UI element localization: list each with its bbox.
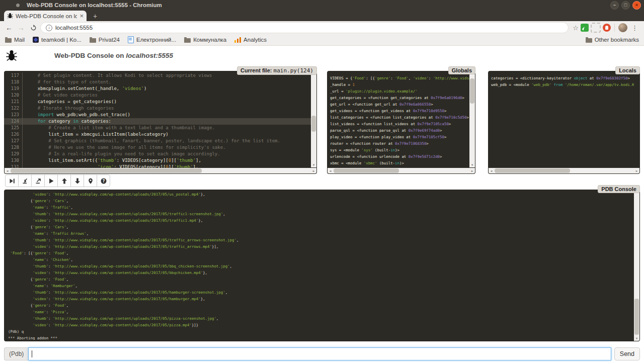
other-bookmarks-button[interactable]: Other bookmarks [586, 37, 639, 43]
scroll-left-arrow-icon[interactable]: ◀ [489, 168, 494, 173]
variable-line: play_video = <function play_video at 0x7… [330, 134, 469, 140]
code-line: 121 categories = get_categories() [4, 99, 311, 105]
scroll-right-arrow-icon[interactable]: ▶ [469, 168, 475, 173]
help-button[interactable]: ? [97, 174, 110, 187]
browser-menu-icon[interactable]: ⋮ [629, 24, 640, 32]
reload-button[interactable] [28, 23, 38, 33]
pdb-command-input[interactable] [28, 347, 611, 360]
next-button[interactable] [5, 174, 19, 187]
tab-close-icon[interactable]: × [79, 13, 84, 19]
line-number: 117 [4, 72, 22, 79]
globals-vertical-scrollbar[interactable]: ▼ [469, 71, 475, 167]
continue-button[interactable] [44, 174, 58, 187]
locals-horizontal-scrollbar[interactable]: ◀ ▶ [489, 168, 639, 173]
bookmark-item[interactable]: Mail [5, 36, 25, 43]
send-button[interactable]: Send [614, 347, 640, 360]
bookmark-item[interactable]: Privat24 [90, 36, 120, 43]
bookmark-item[interactable]: Analytics [234, 36, 267, 43]
variable-line: urlencode = <function urlencode at 0x7f9… [330, 153, 469, 160]
variable-line: VIDEOS = {'Food': [{'genre': 'Food', 'vi… [330, 75, 469, 81]
scroll-down-arrow-icon[interactable]: ▼ [634, 336, 639, 341]
line-number: 131 [4, 164, 22, 168]
page-header: Web-PDB Console on localhost:5555 [5, 49, 173, 62]
window-titlebar: Web-PDB Console on localhost:5555 - Chro… [0, 0, 644, 10]
back-button[interactable]: ← [4, 23, 14, 33]
tab-title: Web-PDB Console on loca [16, 13, 77, 19]
code-horizontal-scrollbar[interactable]: ◀ ▶ [5, 168, 316, 173]
bookmark-star-icon[interactable]: ☆ [573, 24, 579, 32]
console-output-line: 'video': 'http://www.vidsplay.com/wp-con… [8, 243, 633, 250]
variable-line: router = <function router at 0x7f9e71068… [330, 140, 469, 147]
step-out-button[interactable] [31, 174, 45, 187]
play-icon [48, 178, 54, 184]
scroll-right-arrow-icon[interactable]: ▶ [311, 168, 316, 173]
bookmarks-bar: Mail teamkodi | Ko... Privat24 Електронн… [0, 34, 644, 46]
code-line: 130 list_item.setArt({'thumb': VIDEOS[ca… [4, 157, 311, 164]
console-output-line: {'genre': 'Food', [8, 302, 633, 309]
up-button[interactable] [57, 174, 71, 187]
scroll-down-arrow-icon[interactable]: ▼ [311, 162, 316, 167]
code-text: 'icon': VIDEOS[category][0]['thumb'], [22, 164, 311, 168]
extension-blocker-icon[interactable] [603, 24, 611, 32]
pdb-console-panel: PDB Console 'video': 'http://www.vidspla… [4, 190, 640, 341]
window-minimize-button[interactable]: − [610, 1, 619, 10]
bookmark-item[interactable]: teamkodi | Ko... [33, 36, 82, 43]
extension-green-icon[interactable] [581, 24, 589, 32]
variable-line: _handle = 1 [330, 81, 469, 88]
where-button[interactable] [84, 174, 97, 187]
line-number: 128 [4, 144, 22, 151]
scroll-left-arrow-icon[interactable]: ◀ [328, 168, 333, 173]
page-title: Web-PDB Console on localhost:5555 [54, 52, 173, 59]
console-output-line: 'name': 'Traffic Arrows', [8, 230, 633, 237]
profile-avatar[interactable] [618, 23, 627, 32]
forward-button[interactable]: → [16, 23, 26, 33]
code-text: # Get video categories [22, 92, 311, 99]
scroll-down-arrow-icon[interactable]: ▼ [469, 162, 475, 167]
console-output-line: 'thumb': 'http://www.vidsplay.com/wp-con… [8, 263, 633, 269]
url-text[interactable]: localhost:5555 [55, 25, 93, 31]
down-button[interactable] [70, 174, 84, 187]
globals-horizontal-scrollbar[interactable]: ◀ ▶ [328, 168, 475, 173]
console-output-line: *** Aborting addon *** [8, 335, 633, 340]
toolbar-divider [614, 24, 615, 32]
console-output-line: 'name': 'Traffic', [8, 204, 633, 211]
step-into-button[interactable] [18, 174, 32, 187]
window-maximize-button[interactable]: □ [621, 1, 630, 10]
browser-tab[interactable]: Web-PDB Console on loca × [4, 11, 87, 21]
current-file-panel: Current file: main.py(124) 117 # Set plu… [4, 71, 317, 174]
code-vertical-scrollbar[interactable]: ▼ [311, 71, 316, 167]
variable-line: _url = 'plugin://plugin.video.example/' [330, 88, 469, 95]
code-text: # Set graphics (thumbnail, fanart, banne… [22, 138, 311, 144]
bug-logo-icon [5, 49, 18, 62]
new-tab-button[interactable]: + [89, 12, 102, 21]
code-line: 125 # Create a list item with a text lab… [4, 125, 311, 131]
scroll-right-arrow-icon[interactable]: ▶ [634, 168, 639, 173]
step-forward-icon [9, 178, 15, 184]
browser-toolbar: ← → i localhost:5555 ☆ ⋮ [0, 21, 644, 34]
variable-line: web_pdb = <module 'web_pdb' from '/home/… [491, 81, 634, 88]
locals-listing: categories = <dictionary-keyiterator obj… [491, 75, 634, 168]
bookmark-icon [90, 38, 96, 43]
web-pdb-page: Web-PDB Console on localhost:5555 Curren… [0, 46, 644, 362]
variable-line: get_videos = <function get_videos at 0x7… [330, 108, 469, 114]
console-vertical-scrollbar[interactable]: ▼ [634, 190, 639, 341]
debugger-toolbar: ? [5, 174, 110, 187]
pdb-prompt-label: (Pdb) [4, 347, 28, 360]
extension-disabled-icon[interactable] [591, 23, 601, 33]
window-close-button[interactable]: × [632, 1, 641, 10]
console-output-line: 'thumb': 'http://www.vidsplay.com/wp-con… [8, 237, 633, 243]
step-out-icon [35, 178, 41, 184]
question-sign-icon: ? [101, 178, 107, 184]
code-text: import web_pdb;web_pdb.set_trace() [22, 112, 311, 118]
page-info-icon[interactable]: i [46, 25, 52, 31]
console-output-line: 'name': 'Hamburger', [8, 283, 633, 289]
url-bar[interactable]: i localhost:5555 [40, 22, 569, 33]
bookmark-label: Analytics [244, 37, 267, 43]
browser-tab-strip: Web-PDB Console on loca × + [0, 10, 644, 21]
locals-panel: Locals categories = <dictionary-keyitera… [488, 71, 640, 174]
bookmark-item[interactable]: Електронний... [128, 36, 176, 43]
scroll-left-arrow-icon[interactable]: ◀ [5, 168, 10, 173]
bookmark-label: Privat24 [99, 37, 120, 43]
bookmark-item[interactable]: Коммуналка [184, 36, 226, 43]
line-number: 130 [4, 157, 22, 164]
